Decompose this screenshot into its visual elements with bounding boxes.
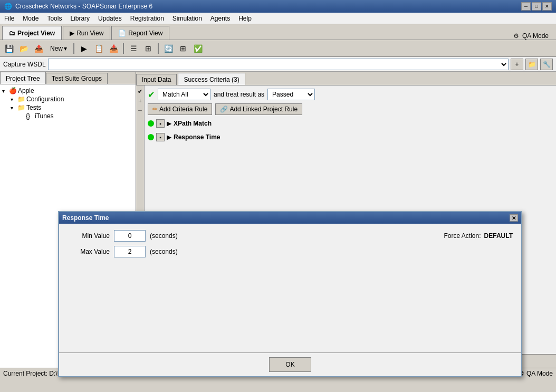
force-action-area: Force Action: DEFAULT [444,232,513,240]
dialog-close-button[interactable]: ✕ [510,214,518,222]
dialog-title-bar: Response Time ✕ [59,212,521,224]
dialog-title: Response Time [62,214,109,222]
ok-label: OK [285,361,294,368]
max-value-label: Max Value [68,248,110,255]
dialog-ok-area: OK [59,352,521,376]
modal-overlay: Response Time ✕ Min Value (seconds) Forc… [0,0,556,392]
min-value-label: Min Value [68,232,110,240]
min-value-row: Min Value (seconds) Force Action: DEFAUL… [68,230,513,242]
dialog-spacer [68,262,513,346]
dialog-body: Min Value (seconds) Force Action: DEFAUL… [59,224,521,352]
max-value-unit: (seconds) [150,248,178,255]
max-value-input[interactable] [114,246,146,257]
min-value-unit: (seconds) [150,232,178,240]
response-time-dialog: Response Time ✕ Min Value (seconds) Forc… [58,211,522,377]
force-action-label: Force Action: [444,232,481,240]
min-value-input[interactable] [114,230,146,242]
force-action-value: DEFAULT [484,232,513,240]
max-value-row: Max Value (seconds) [68,246,513,257]
ok-button[interactable]: OK [269,357,311,372]
